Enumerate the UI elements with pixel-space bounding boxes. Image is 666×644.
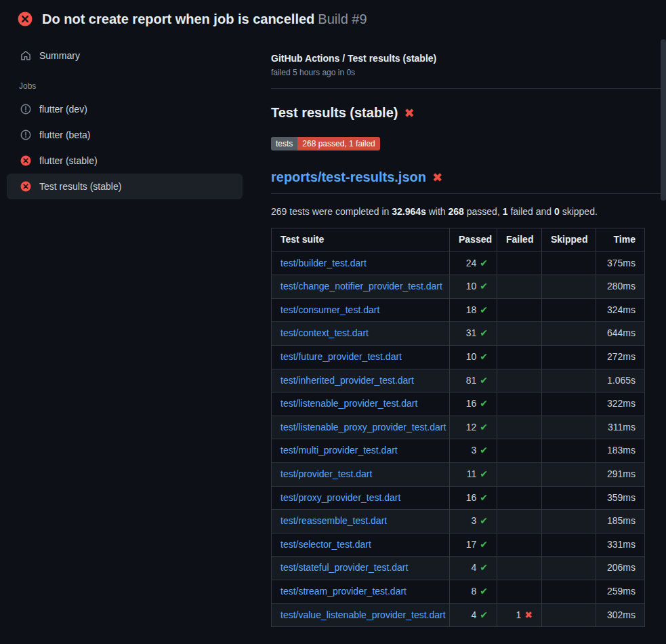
failed-cell <box>497 275 542 299</box>
table-row: test/change_notifier_provider_test.dart1… <box>272 275 645 299</box>
time-cell: 206ms <box>596 557 645 580</box>
test-suite-link[interactable]: test/proxy_provider_test.dart <box>280 492 400 503</box>
check-icon: ✔ <box>480 327 488 338</box>
failed-cell <box>497 251 542 275</box>
sidebar-item-flutter-beta[interactable]: flutter (beta) <box>7 122 243 148</box>
sidebar-item-flutter-stable[interactable]: flutter (stable) <box>7 148 243 174</box>
passed-count: 3 <box>471 445 476 456</box>
suite-cell: test/future_provider_test.dart <box>272 345 450 369</box>
time-cell: 375ms <box>596 251 645 275</box>
test-suite-link[interactable]: test/provider_test.dart <box>280 468 372 479</box>
sidebar: Summary Jobs flutter (dev)flutter (beta)… <box>0 35 249 199</box>
report-link[interactable]: reports/test-results.json <box>271 169 426 185</box>
x-circle-fill-icon <box>18 12 33 26</box>
test-suite-link[interactable]: test/future_provider_test.dart <box>280 351 402 362</box>
check-icon: ✔ <box>480 445 488 456</box>
test-suite-link[interactable]: test/consumer_test.dart <box>280 304 379 315</box>
column-header-test-suite: Test suite <box>272 228 450 252</box>
suite-cell: test/multi_provider_test.dart <box>272 439 450 463</box>
passed-count: 10 <box>466 281 477 291</box>
passed-count: 8 <box>471 586 476 597</box>
passed-count: 3 <box>471 515 476 526</box>
check-icon: ✔ <box>480 492 488 503</box>
sidebar-item-flutter-dev[interactable]: flutter (dev) <box>7 96 243 122</box>
test-results-tbody: test/builder_test.dart24✔375mstest/chang… <box>272 251 645 627</box>
check-icon: ✔ <box>480 281 488 291</box>
passed-cell: 10✔ <box>450 275 497 299</box>
x-circle-fill-icon <box>20 181 31 192</box>
failed-cell <box>497 369 542 393</box>
divider <box>271 88 666 89</box>
summary-text: passed, <box>464 206 503 217</box>
skipped-cell <box>542 275 596 299</box>
skipped-cell <box>542 393 596 416</box>
time-cell: 272ms <box>596 345 645 369</box>
badge-label: tests <box>271 137 297 150</box>
passed-cell: 10✔ <box>450 345 497 369</box>
time-cell: 324ms <box>596 298 645 322</box>
failed-cell: 1✖ <box>497 603 542 627</box>
passed-cell: 18✔ <box>450 298 497 322</box>
test-suite-link[interactable]: test/selector_test.dart <box>280 539 371 550</box>
skipped-cell <box>542 580 596 603</box>
test-suite-link[interactable]: test/stateful_provider_test.dart <box>280 562 408 573</box>
failed-count: 1 <box>516 609 521 620</box>
failed-cell <box>497 580 542 603</box>
passed-count: 11 <box>467 468 477 479</box>
test-suite-link[interactable]: test/reassemble_test.dart <box>280 515 387 526</box>
cross-mark-icon: ✖ <box>432 172 442 184</box>
time-cell: 183ms <box>596 439 645 463</box>
suite-cell: test/stream_provider_test.dart <box>272 580 450 603</box>
test-suite-link[interactable]: test/listenable_provider_test.dart <box>280 398 417 409</box>
test-suite-link[interactable]: test/listenable_proxy_provider_test.dart <box>280 422 446 432</box>
suite-cell: test/stateful_provider_test.dart <box>272 557 450 580</box>
summary-text: 269 tests were completed in <box>271 206 392 217</box>
passed-cell: 8✔ <box>450 580 497 603</box>
test-suite-link[interactable]: test/context_test.dart <box>280 327 369 338</box>
time-cell: 331ms <box>596 533 645 557</box>
failed-cell <box>497 393 542 416</box>
suite-cell: test/reassemble_test.dart <box>272 510 450 534</box>
test-suite-link[interactable]: test/builder_test.dart <box>280 258 367 268</box>
check-run-title: Test results (stable) ✖ <box>271 105 666 121</box>
scrollbar-thumb[interactable] <box>661 39 666 201</box>
time-cell: 302ms <box>596 603 645 627</box>
cross-icon: ✖ <box>524 609 533 620</box>
check-icon: ✔ <box>480 562 488 573</box>
passed-count: 81 <box>466 375 477 386</box>
failed-cell <box>497 533 542 557</box>
page-title: Do not create report when job is cancell… <box>42 11 367 27</box>
test-suite-link[interactable]: test/inherited_provider_test.dart <box>280 375 414 386</box>
skipped-cell <box>542 369 596 393</box>
table-row: test/builder_test.dart24✔375ms <box>272 251 645 275</box>
test-suite-link[interactable]: test/multi_provider_test.dart <box>280 445 398 456</box>
badge-value: 268 passed, 1 failed <box>297 137 379 150</box>
table-row: test/value_listenable_provider_test.dart… <box>272 603 645 627</box>
check-icon: ✔ <box>480 304 488 315</box>
table-row: test/stateful_provider_test.dart4✔206ms <box>272 557 645 580</box>
check-run-title-text: Test results (stable) <box>271 105 398 121</box>
summary-text: skipped. <box>560 206 598 217</box>
alert-circle-icon <box>20 129 31 140</box>
passed-cell: 17✔ <box>450 533 497 557</box>
sidebar-item-summary[interactable]: Summary <box>7 43 243 68</box>
test-suite-link[interactable]: test/change_notifier_provider_test.dart <box>280 281 442 291</box>
sidebar-item-test-results-stable[interactable]: Test results (stable) <box>7 174 243 199</box>
summary-label: Summary <box>39 50 80 61</box>
passed-count: 16 <box>466 398 477 409</box>
table-row: test/proxy_provider_test.dart16✔359ms <box>272 486 645 510</box>
summary-skipped-count: 0 <box>554 206 560 217</box>
table-row: test/context_test.dart31✔644ms <box>272 322 645 346</box>
test-suite-link[interactable]: test/stream_provider_test.dart <box>280 586 407 597</box>
failed-cell <box>497 486 542 510</box>
table-row: test/listenable_proxy_provider_test.dart… <box>272 416 645 439</box>
test-suite-link[interactable]: test/value_listenable_provider_test.dart <box>280 609 446 620</box>
failed-cell <box>497 557 542 580</box>
passed-cell: 11✔ <box>450 462 497 486</box>
time-cell: 259ms <box>596 580 645 603</box>
time-cell: 1.065s <box>596 369 645 393</box>
job-label: flutter (stable) <box>39 155 98 166</box>
passed-count: 17 <box>466 539 477 550</box>
suite-cell: test/provider_test.dart <box>272 462 450 486</box>
check-icon: ✔ <box>480 586 488 597</box>
